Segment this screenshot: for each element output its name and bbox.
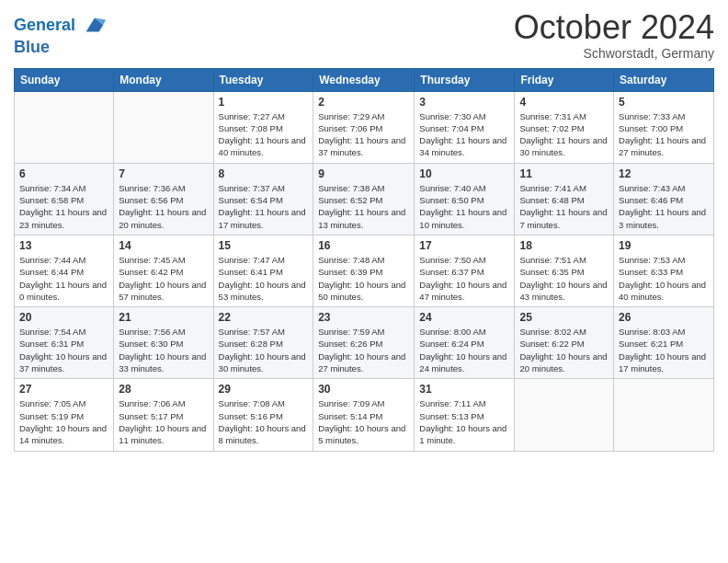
daylight-text: Daylight: 11 hours and 23 minutes. bbox=[19, 206, 108, 231]
day-number: 19 bbox=[619, 239, 709, 252]
sunset-text: Sunset: 5:16 PM bbox=[219, 410, 309, 422]
logo-general: General bbox=[14, 16, 75, 34]
day-number: 7 bbox=[119, 167, 208, 180]
location: Schworstadt, Germany bbox=[514, 46, 714, 61]
day-number: 6 bbox=[19, 167, 108, 180]
header-row: SundayMondayTuesdayWednesdayThursdayFrid… bbox=[15, 68, 714, 91]
day-info: Sunrise: 7:50 AMSunset: 6:37 PMDaylight:… bbox=[419, 254, 509, 303]
sunrise-text: Sunrise: 7:43 AM bbox=[619, 182, 709, 194]
sunrise-text: Sunrise: 7:56 AM bbox=[119, 326, 208, 338]
daylight-text: Daylight: 10 hours and 33 minutes. bbox=[119, 350, 208, 375]
daylight-text: Daylight: 10 hours and 14 minutes. bbox=[19, 422, 108, 447]
day-number: 10 bbox=[419, 167, 509, 180]
day-number: 25 bbox=[519, 311, 609, 324]
daylight-text: Daylight: 10 hours and 1 minute. bbox=[419, 422, 509, 447]
day-cell: 4Sunrise: 7:31 AMSunset: 7:02 PMDaylight… bbox=[515, 91, 614, 163]
daylight-text: Daylight: 11 hours and 34 minutes. bbox=[419, 134, 509, 159]
daylight-text: Daylight: 11 hours and 3 minutes. bbox=[619, 206, 709, 231]
sunset-text: Sunset: 5:19 PM bbox=[19, 410, 108, 422]
logo-blue: Blue bbox=[14, 39, 108, 57]
day-number: 21 bbox=[119, 311, 208, 324]
day-number: 20 bbox=[19, 311, 108, 324]
day-number: 24 bbox=[419, 311, 509, 324]
day-info: Sunrise: 7:38 AMSunset: 6:52 PMDaylight:… bbox=[318, 182, 409, 231]
day-number: 18 bbox=[519, 239, 609, 252]
sunset-text: Sunset: 6:37 PM bbox=[419, 266, 509, 278]
day-cell: 29Sunrise: 7:08 AMSunset: 5:16 PMDayligh… bbox=[213, 379, 313, 451]
day-cell bbox=[515, 379, 614, 451]
day-info: Sunrise: 7:54 AMSunset: 6:31 PMDaylight:… bbox=[19, 326, 108, 374]
day-number: 2 bbox=[318, 96, 409, 109]
sunset-text: Sunset: 6:41 PM bbox=[219, 266, 309, 278]
daylight-text: Daylight: 10 hours and 53 minutes. bbox=[219, 279, 309, 304]
daylight-text: Daylight: 11 hours and 37 minutes. bbox=[318, 134, 409, 159]
sunrise-text: Sunrise: 8:03 AM bbox=[619, 326, 709, 338]
day-cell: 22Sunrise: 7:57 AMSunset: 6:28 PMDayligh… bbox=[213, 307, 313, 379]
day-cell: 17Sunrise: 7:50 AMSunset: 6:37 PMDayligh… bbox=[415, 235, 515, 306]
sunrise-text: Sunrise: 7:31 AM bbox=[519, 110, 609, 122]
sunset-text: Sunset: 6:56 PM bbox=[119, 194, 208, 206]
week-row-4: 20Sunrise: 7:54 AMSunset: 6:31 PMDayligh… bbox=[15, 307, 714, 379]
daylight-text: Daylight: 11 hours and 20 minutes. bbox=[119, 206, 208, 231]
day-info: Sunrise: 7:40 AMSunset: 6:50 PMDaylight:… bbox=[419, 182, 509, 231]
sunrise-text: Sunrise: 7:57 AM bbox=[219, 326, 309, 338]
week-row-5: 27Sunrise: 7:05 AMSunset: 5:19 PMDayligh… bbox=[15, 379, 714, 451]
day-cell: 2Sunrise: 7:29 AMSunset: 7:06 PMDaylight… bbox=[313, 91, 415, 163]
day-cell: 20Sunrise: 7:54 AMSunset: 6:31 PMDayligh… bbox=[15, 307, 114, 379]
sunset-text: Sunset: 6:22 PM bbox=[519, 338, 609, 350]
logo: General Blue bbox=[14, 13, 108, 57]
sunrise-text: Sunrise: 7:08 AM bbox=[219, 397, 309, 409]
day-cell: 21Sunrise: 7:56 AMSunset: 6:30 PMDayligh… bbox=[114, 307, 213, 379]
daylight-text: Daylight: 11 hours and 27 minutes. bbox=[619, 134, 709, 159]
week-row-1: 1Sunrise: 7:27 AMSunset: 7:08 PMDaylight… bbox=[15, 91, 714, 163]
sunset-text: Sunset: 6:48 PM bbox=[519, 194, 609, 206]
day-info: Sunrise: 7:30 AMSunset: 7:04 PMDaylight:… bbox=[419, 110, 509, 159]
sunrise-text: Sunrise: 7:37 AM bbox=[219, 182, 309, 194]
sunset-text: Sunset: 7:04 PM bbox=[419, 122, 509, 134]
day-number: 23 bbox=[318, 311, 409, 324]
daylight-text: Daylight: 11 hours and 10 minutes. bbox=[419, 206, 509, 231]
day-info: Sunrise: 7:43 AMSunset: 6:46 PMDaylight:… bbox=[619, 182, 709, 231]
daylight-text: Daylight: 10 hours and 40 minutes. bbox=[619, 279, 709, 304]
day-cell bbox=[15, 91, 114, 163]
sunrise-text: Sunrise: 7:50 AM bbox=[419, 254, 509, 266]
sunrise-text: Sunrise: 7:47 AM bbox=[219, 254, 309, 266]
daylight-text: Daylight: 10 hours and 37 minutes. bbox=[19, 350, 108, 375]
logo-text: General bbox=[14, 13, 108, 39]
daylight-text: Daylight: 10 hours and 20 minutes. bbox=[519, 350, 609, 375]
sunset-text: Sunset: 6:50 PM bbox=[419, 194, 509, 206]
day-cell: 9Sunrise: 7:38 AMSunset: 6:52 PMDaylight… bbox=[313, 163, 415, 235]
day-cell bbox=[114, 91, 213, 163]
day-cell: 16Sunrise: 7:48 AMSunset: 6:39 PMDayligh… bbox=[313, 235, 415, 306]
daylight-text: Daylight: 10 hours and 17 minutes. bbox=[619, 350, 709, 375]
day-cell: 28Sunrise: 7:06 AMSunset: 5:17 PMDayligh… bbox=[114, 379, 213, 451]
day-number: 27 bbox=[19, 383, 108, 396]
day-number: 28 bbox=[119, 383, 208, 396]
day-info: Sunrise: 7:27 AMSunset: 7:08 PMDaylight:… bbox=[219, 110, 309, 159]
day-info: Sunrise: 8:00 AMSunset: 6:24 PMDaylight:… bbox=[419, 326, 509, 374]
sunset-text: Sunset: 6:42 PM bbox=[119, 266, 208, 278]
sunset-text: Sunset: 6:30 PM bbox=[119, 338, 208, 350]
day-number: 31 bbox=[419, 383, 509, 396]
day-info: Sunrise: 7:05 AMSunset: 5:19 PMDaylight:… bbox=[19, 397, 108, 446]
sunset-text: Sunset: 5:17 PM bbox=[119, 410, 208, 422]
sunset-text: Sunset: 7:08 PM bbox=[219, 122, 309, 134]
day-cell: 23Sunrise: 7:59 AMSunset: 6:26 PMDayligh… bbox=[313, 307, 415, 379]
day-info: Sunrise: 7:57 AMSunset: 6:28 PMDaylight:… bbox=[219, 326, 309, 374]
day-number: 26 bbox=[619, 311, 709, 324]
day-cell: 5Sunrise: 7:33 AMSunset: 7:00 PMDaylight… bbox=[614, 91, 714, 163]
day-cell: 31Sunrise: 7:11 AMSunset: 5:13 PMDayligh… bbox=[415, 379, 515, 451]
day-info: Sunrise: 7:41 AMSunset: 6:48 PMDaylight:… bbox=[519, 182, 609, 231]
day-cell: 12Sunrise: 7:43 AMSunset: 6:46 PMDayligh… bbox=[614, 163, 714, 235]
daylight-text: Daylight: 10 hours and 5 minutes. bbox=[318, 422, 409, 447]
sunrise-text: Sunrise: 7:11 AM bbox=[419, 397, 509, 409]
col-header-wednesday: Wednesday bbox=[313, 68, 415, 91]
day-info: Sunrise: 7:37 AMSunset: 6:54 PMDaylight:… bbox=[219, 182, 309, 231]
day-info: Sunrise: 7:44 AMSunset: 6:44 PMDaylight:… bbox=[19, 254, 108, 303]
day-cell: 19Sunrise: 7:53 AMSunset: 6:33 PMDayligh… bbox=[614, 235, 714, 306]
sunrise-text: Sunrise: 7:59 AM bbox=[318, 326, 409, 338]
day-number: 30 bbox=[318, 383, 409, 396]
day-number: 15 bbox=[219, 239, 309, 252]
sunset-text: Sunset: 6:26 PM bbox=[318, 338, 409, 350]
sunrise-text: Sunrise: 7:29 AM bbox=[318, 110, 409, 122]
